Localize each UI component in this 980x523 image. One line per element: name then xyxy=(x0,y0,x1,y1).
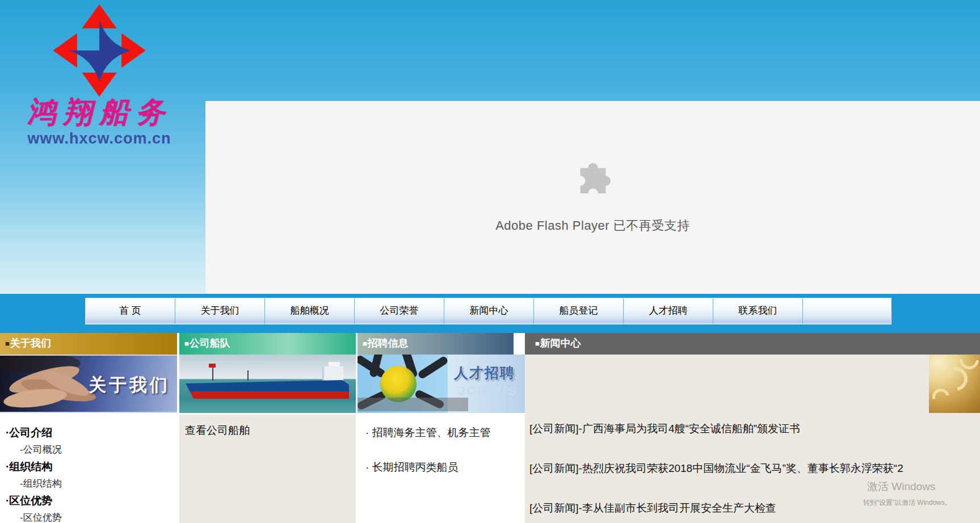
about-banner-text: 关于我们 xyxy=(89,373,170,397)
main-nav: 首 页 关于我们 船舶概况 公司荣誉 新闻中心 船员登记 人才招聘 联系我们 xyxy=(85,298,891,324)
watermark-line1: 激活 Windows xyxy=(867,479,952,494)
nav-item-contact[interactable]: 联系我们 xyxy=(713,298,803,324)
recruit-item-crew[interactable]: · 长期招聘丙类船员 xyxy=(365,461,525,474)
nav-item-about[interactable]: 关于我们 xyxy=(175,298,265,324)
fleet-panel: 查看公司船舶 xyxy=(179,413,356,523)
square-bullet-icon: ■ xyxy=(5,339,10,348)
nav-item-home[interactable]: 首 页 xyxy=(86,298,175,324)
about-menu: ·公司介绍 -公司概况 ·组织结构 -组织结构 ·区位优势 -区位优势 xyxy=(0,413,177,523)
view-fleet-link[interactable]: 查看公司船舶 xyxy=(185,424,250,436)
logo-title: 鸿翔船务 xyxy=(0,93,199,132)
puzzle-piece-icon xyxy=(571,157,615,202)
news-item-certificates[interactable]: [公司新闻]-广西海事局为我司4艘“安全诚信船舶”颁发证书 xyxy=(529,421,980,436)
ship-flag-graphic xyxy=(209,364,216,368)
recruit-banner-title: 人才招聘 xyxy=(454,364,515,382)
menu-item-location-advantage[interactable]: ·区位优势 xyxy=(6,492,177,509)
square-bullet-icon: ■ xyxy=(363,339,367,348)
menu-subitem-location-advantage[interactable]: -区位优势 xyxy=(6,509,177,523)
nav-item-crew-register[interactable]: 船员登记 xyxy=(534,298,624,324)
recruit-section-header: ■招聘信息 xyxy=(357,333,514,355)
recruit-section-title: 招聘信息 xyxy=(368,338,409,349)
menu-item-org-structure[interactable]: ·组织结构 xyxy=(6,458,177,475)
menu-item-company-intro[interactable]: ·公司介绍 xyxy=(6,424,177,441)
recruit-panel: · 招聘海务主管、机务主管 · 长期招聘丙类船员 xyxy=(357,413,525,523)
nav-spacer xyxy=(803,298,891,324)
flash-placeholder: Adobe Flash Player 已不再受支持 xyxy=(205,101,980,294)
fleet-section-header: ■公司船队 xyxy=(179,333,356,355)
watermark-line2: 转到“设置”以激活 Windows。 xyxy=(863,498,952,508)
menu-subitem-org-structure[interactable]: -组织结构 xyxy=(6,475,177,492)
logo[interactable]: 鸿翔船务 www.hxcw.com.cn xyxy=(0,0,199,147)
globe-graphic xyxy=(380,366,417,402)
news-section-header: ■新闻中心 xyxy=(525,333,980,355)
recruit-banner-subtitle: JOIN US xyxy=(459,384,518,398)
recruit-item-managers[interactable]: · 招聘海务主管、机务主管 xyxy=(365,426,525,440)
about-section-header: ■关于我们 xyxy=(0,333,177,355)
news-section-title: 新闻中心 xyxy=(540,338,581,349)
square-bullet-icon: ■ xyxy=(184,339,189,348)
flash-message: Adobe Flash Player 已不再受支持 xyxy=(205,217,980,234)
fleet-ship-image[interactable] xyxy=(179,355,356,413)
fleet-section-title: 公司船队 xyxy=(190,338,230,349)
ship-mast-graphic xyxy=(212,366,213,381)
ship-mast-graphic xyxy=(247,370,249,381)
square-bullet-icon: ■ xyxy=(535,339,540,348)
page: 鸿翔船务 www.hxcw.com.cn Adobe Flash Player … xyxy=(0,0,980,523)
logo-pinwheel-icon xyxy=(51,2,148,99)
news-item-award[interactable]: [公司新闻]-热烈庆祝我司荣获2018中国物流业“金飞马”奖、董事长郭永浮荣获“… xyxy=(529,461,980,475)
ship-superstructure-graphic xyxy=(324,366,343,381)
nav-item-recruitment[interactable]: 人才招聘 xyxy=(624,298,713,324)
about-banner-image[interactable]: 关于我们 xyxy=(0,355,177,413)
nav-item-fleet[interactable]: 船舶概况 xyxy=(265,298,355,324)
menu-subitem-company-overview[interactable]: -公司概况 xyxy=(6,441,177,458)
logo-url: www.hxcw.com.cn xyxy=(0,130,199,147)
about-section-title: 关于我们 xyxy=(10,338,51,349)
recruitment-banner-image[interactable]: 人才招聘 JOIN US xyxy=(357,355,525,413)
nav-item-news[interactable]: 新闻中心 xyxy=(444,298,534,324)
banner-overlay-band xyxy=(357,398,468,411)
reaching-arm-graphic xyxy=(417,355,449,379)
windows-activation-watermark: 激活 Windows 转到“设置”以激活 Windows。 xyxy=(867,479,952,508)
news-gold-image xyxy=(929,355,980,413)
nav-item-honors[interactable]: 公司荣誉 xyxy=(355,298,444,324)
nav-strip: 首 页 关于我们 船舶概况 公司荣誉 新闻中心 船员登记 人才招聘 联系我们 xyxy=(0,294,980,333)
ship-hull-graphic xyxy=(186,380,349,399)
